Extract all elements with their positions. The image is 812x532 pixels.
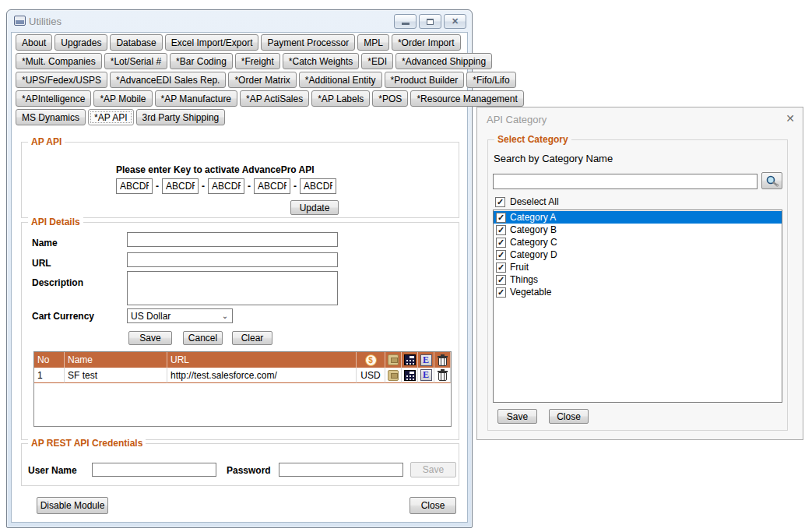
utilities-close-button[interactable]: Close bbox=[410, 497, 456, 514]
search-button[interactable] bbox=[761, 172, 782, 189]
search-input[interactable] bbox=[493, 174, 758, 189]
maximize-icon bbox=[427, 19, 434, 25]
table-row[interactable]: 1 SF test http://test.salesforce.com/ US… bbox=[34, 368, 451, 383]
checkbox-box[interactable]: ✓ bbox=[496, 275, 506, 285]
password-label: Password bbox=[227, 465, 271, 476]
select-category-group: Select Category Search by Category Name … bbox=[487, 139, 788, 431]
edit-e-icon: E bbox=[420, 369, 432, 381]
cell-no: 1 bbox=[34, 368, 65, 383]
name-field[interactable] bbox=[127, 232, 338, 247]
tab-mpl[interactable]: MPL bbox=[357, 34, 389, 51]
tab-edi[interactable]: *EDI bbox=[361, 53, 393, 69]
tab-product-builder[interactable]: *Product Builder bbox=[385, 72, 465, 88]
checkbox-box[interactable]: ✓ bbox=[496, 250, 506, 260]
list-item-category-d[interactable]: ✓ Category D bbox=[494, 248, 782, 261]
grid-header-row: No Name URL $ E bbox=[34, 352, 451, 368]
tab-order-import[interactable]: *Order Import bbox=[392, 34, 461, 51]
cart-currency-select[interactable]: US Dollar ⌄ bbox=[127, 308, 233, 323]
tab-3rd-party-shipping[interactable]: 3rd Party Shipping bbox=[136, 109, 226, 125]
module-tabs: About Upgrades Database Excel Import/Exp… bbox=[16, 34, 466, 128]
tab-apintelligence[interactable]: *APIntelligence bbox=[16, 90, 91, 107]
tab-ap-api[interactable]: *AP API bbox=[88, 109, 133, 125]
tab-resource-management[interactable]: *Resource Management bbox=[410, 90, 523, 107]
tab-ap-actisales[interactable]: *AP ActiSales bbox=[240, 90, 309, 107]
tab-additional-entity[interactable]: *Additional Entity bbox=[299, 72, 382, 88]
minimize-button[interactable] bbox=[394, 14, 417, 29]
header-category bbox=[385, 352, 402, 368]
name-label: Name bbox=[32, 238, 58, 248]
dialog-close-icon[interactable]: ✕ bbox=[786, 112, 795, 125]
maximize-button[interactable] bbox=[419, 14, 441, 29]
checkbox-box[interactable]: ✓ bbox=[496, 262, 506, 273]
user-name-field[interactable] bbox=[92, 463, 216, 477]
list-item-vegetable[interactable]: ✓ Vegetable bbox=[494, 286, 782, 298]
tab-about[interactable]: About bbox=[16, 34, 52, 51]
row-fields-button[interactable] bbox=[402, 368, 418, 383]
search-label: Search by Category Name bbox=[494, 153, 613, 164]
tab-ap-labels[interactable]: *AP Labels bbox=[311, 90, 370, 107]
api-key-fields: - - - - bbox=[116, 178, 336, 194]
checkbox-box[interactable]: ✓ bbox=[496, 225, 506, 235]
tab-fifo-lifo[interactable]: *Fifo/Lifo bbox=[466, 72, 515, 88]
list-item-category-c[interactable]: ✓ Category C bbox=[494, 236, 782, 248]
select-category-group-label: Select Category bbox=[494, 134, 571, 145]
tab-ap-mobile[interactable]: *AP Mobile bbox=[93, 90, 152, 107]
tab-excel-import-export[interactable]: Excel Import/Export bbox=[165, 34, 259, 51]
cancel-button[interactable]: Cancel bbox=[183, 331, 223, 345]
edit-e-icon: E bbox=[420, 354, 432, 366]
title-bar[interactable]: Utilities ✕ bbox=[7, 10, 472, 32]
list-item-category-b[interactable]: ✓ Category B bbox=[494, 224, 782, 236]
tab-pos[interactable]: *POS bbox=[372, 90, 408, 107]
disable-module-button[interactable]: Disable Module bbox=[37, 497, 108, 514]
tab-database[interactable]: Database bbox=[110, 34, 162, 51]
minimize-icon bbox=[402, 23, 410, 25]
row-delete-button[interactable] bbox=[434, 368, 451, 383]
row-category-button[interactable] bbox=[385, 368, 402, 383]
tab-ups-fedex-usps[interactable]: *UPS/Fedex/USPS bbox=[16, 72, 107, 88]
api-key-field-5[interactable] bbox=[300, 178, 336, 194]
api-key-field-4[interactable] bbox=[254, 178, 290, 194]
list-item-fruit[interactable]: ✓ Fruit bbox=[494, 261, 782, 273]
utilities-window: Utilities ✕ About Upgrades Database Exce… bbox=[6, 9, 473, 528]
description-field[interactable] bbox=[127, 271, 338, 305]
category-listbox[interactable]: ✓ Category A ✓ Category B ✓ Category C ✓… bbox=[493, 210, 782, 403]
tab-bar-coding[interactable]: *Bar Coding bbox=[170, 53, 233, 69]
checkbox-box[interactable]: ✓ bbox=[496, 213, 506, 223]
category-save-button[interactable]: Save bbox=[497, 409, 537, 424]
close-button[interactable]: ✕ bbox=[444, 14, 466, 29]
save-button[interactable]: Save bbox=[128, 331, 172, 345]
category-close-button[interactable]: Close bbox=[549, 409, 589, 424]
credentials-save-button[interactable]: Save bbox=[410, 462, 456, 477]
clear-button[interactable]: Clear bbox=[232, 331, 272, 345]
tab-mult-companies[interactable]: *Mult. Companies bbox=[16, 53, 102, 69]
category-box-icon bbox=[388, 370, 399, 381]
tab-catch-weights[interactable]: *Catch Weights bbox=[283, 53, 359, 69]
deselect-all-checkbox[interactable]: ✓ Deselect All bbox=[495, 196, 559, 207]
description-label: Description bbox=[32, 277, 83, 288]
tab-freight[interactable]: *Freight bbox=[235, 53, 280, 69]
tab-order-matrix[interactable]: *Order Matrix bbox=[228, 72, 296, 88]
api-key-field-1[interactable] bbox=[116, 178, 153, 194]
update-button[interactable]: Update bbox=[290, 200, 339, 215]
cell-currency: USD bbox=[357, 368, 385, 383]
tab-advanceedi-sales-rep[interactable]: *AdvanceEDI Sales Rep. bbox=[110, 72, 226, 88]
check-icon: ✓ bbox=[497, 238, 504, 247]
magnifier-icon bbox=[765, 174, 779, 187]
tab-upgrades[interactable]: Upgrades bbox=[54, 34, 107, 51]
window-icon bbox=[14, 16, 26, 26]
tab-lot-serial[interactable]: *Lot/Serial # bbox=[104, 53, 167, 69]
tab-ms-dynamics[interactable]: MS Dynamics bbox=[16, 109, 86, 125]
api-key-field-2[interactable] bbox=[162, 178, 199, 194]
tab-ap-manufacture[interactable]: *AP Manufacture bbox=[155, 90, 238, 107]
list-item-things[interactable]: ✓ Things bbox=[494, 273, 782, 286]
row-edit-button[interactable]: E bbox=[418, 368, 434, 383]
api-key-field-3[interactable] bbox=[208, 178, 244, 194]
tab-advanced-shipping[interactable]: *Advanced Shipping bbox=[395, 53, 492, 69]
tab-payment-processor[interactable]: Payment Processor bbox=[261, 34, 355, 51]
cart-currency-value: US Dollar bbox=[128, 311, 218, 322]
checkbox-box[interactable]: ✓ bbox=[496, 287, 506, 298]
list-item-category-a[interactable]: ✓ Category A bbox=[494, 211, 782, 224]
checkbox-box[interactable]: ✓ bbox=[496, 238, 506, 248]
url-field[interactable] bbox=[127, 252, 338, 267]
password-field[interactable] bbox=[279, 463, 403, 477]
